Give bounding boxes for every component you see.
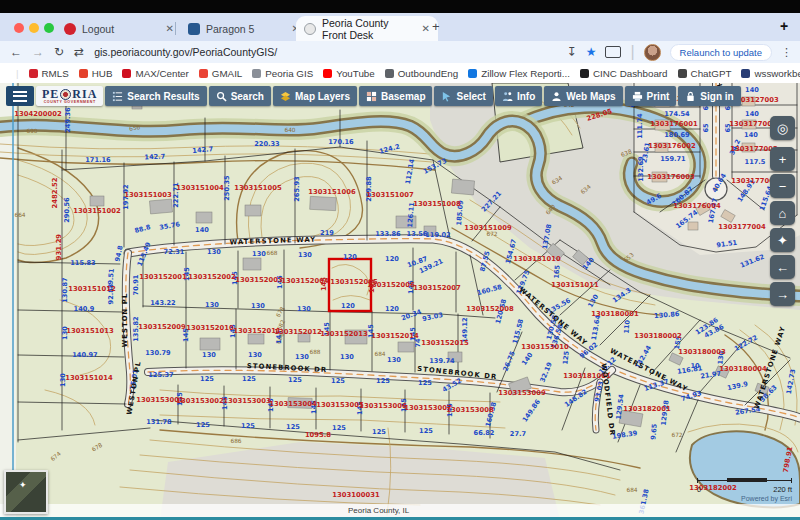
forward-icon[interactable]: → [32,45,44,59]
bookmark-item[interactable]: RMLS [29,68,69,79]
bookmark-label: Peoria GIS [265,68,313,79]
window-minimize-button[interactable] [29,23,39,33]
lot-dimension-label: 120 [385,255,399,263]
compass-button[interactable]: ✦ [770,228,795,252]
bookmark-item[interactable]: Zillow Flex Reporti... [468,68,570,79]
lot-dimension-label: 174.54 [664,110,690,118]
bookmark-item[interactable]: HUB [79,68,113,79]
street-name-label: WESTON PL [121,293,129,348]
window-close-button[interactable] [14,23,24,33]
parcel-pin-label: 1303151009 [464,224,512,232]
bookmarks-bar: | RMLSHUBMAX/CenterGMAILPeoria GISYouTub… [0,63,800,84]
lot-dimension-label: 125 [286,423,300,431]
contour-elevation-label: 690 [26,128,37,134]
bookmark-item[interactable]: CINC Dashboard [580,68,668,79]
tab-close-icon[interactable]: ✕ [166,23,174,34]
bookmark-favicon [741,69,750,78]
lot-dimension-label: 159.71 [660,155,686,163]
lot-dimension-label: 125 [331,377,345,385]
device-icon[interactable] [605,46,621,58]
contour-elevation-label: 684 [626,487,637,493]
overview-inset-map[interactable] [4,470,48,514]
install-icon[interactable]: ↧ [567,45,577,59]
search-results-button[interactable]: Search Results [105,86,206,106]
building-footprint [245,205,261,216]
tab-close-icon[interactable]: ✕ [422,23,430,34]
bookmark-label: CINC Dashboard [593,68,668,79]
bookmark-item[interactable]: Peoria GIS [252,68,313,79]
locate-button[interactable]: ◎ [770,116,795,140]
contour-elevation-label: 668 [266,250,277,256]
bookmark-item[interactable]: ChatGPT [678,68,732,79]
parcel-pin-label: 1303176003 [647,173,695,181]
zoom-in-button[interactable]: + [770,147,795,171]
relaunch-button[interactable]: Relaunch to update [670,44,772,61]
web-maps-button[interactable]: Web Maps [544,86,622,106]
bookmark-favicon [678,69,687,78]
parcel-pin-label: 1303153008 [446,406,494,414]
parcel-pin-label: 1304200002 [14,110,62,118]
parcel-pin-label: 1303177004 [718,223,766,231]
parcel-pin-label: 1303152015 [421,339,469,347]
site-settings-icon[interactable]: ⇄ [74,45,84,59]
parcel-pin-label: 1303100031 [332,491,380,499]
tab-label: Paragon 5 [206,23,254,35]
lot-dimension-label: 220.33 [254,140,280,148]
bookmark-favicon [580,69,589,78]
bookmark-item[interactable]: OutboundEng [385,68,458,79]
bookmark-item[interactable]: YouTube [323,68,375,79]
previous-extent-button[interactable]: ← [770,255,795,279]
back-icon[interactable]: ← [10,45,22,59]
parcel-pin-label: 1303152003 [235,276,283,284]
new-tab-button[interactable]: + [432,19,440,34]
lot-dimension-label: 125 [376,377,390,385]
tab-logout[interactable]: Logout ✕ [56,16,182,41]
peoria-county-logo: PERIA COUNTY GOVERNMENT [36,86,103,106]
select-button[interactable]: Select [434,86,492,106]
bookmark-label: HUB [92,68,113,79]
bookmark-item[interactable]: MAX/Center [122,68,188,79]
next-extent-button[interactable]: → [770,282,795,306]
search-button[interactable]: Search [209,86,271,106]
new-tab-button-right[interactable]: + [780,18,788,34]
lot-dimension-label: 125.37 [148,371,174,379]
home-button[interactable]: ⌂ [770,201,795,225]
tab-favicon [188,23,200,35]
lot-dimension-label: 140 [745,110,759,118]
parcel-pin-label: 1303151003 [124,191,172,199]
lot-dimension-label: 140 [195,226,209,234]
lot-dimension-label: 120 [341,302,355,310]
parcel-pin-label: 1303151011 [551,281,599,289]
basemap-button[interactable]: Basemap [359,86,432,106]
window-zoom-button[interactable] [44,23,54,33]
bookmark-favicon [323,69,332,78]
tab-peoria-county-front-desk[interactable]: Peoria County Front Desk ✕ [296,16,438,41]
parcel-pin-label: 1303180003 [678,348,726,356]
reload-icon[interactable]: ↻ [54,45,64,59]
info-button[interactable]: Info [495,86,542,106]
lot-dimension-label: 171.16 [85,156,111,164]
lot-dimension-label: 130 [251,302,265,310]
lot-dimension-label: 125 [418,379,432,387]
lot-dimension-label: 265.93 [293,176,301,202]
lot-dimension-label: 290.56 [63,197,71,223]
map-layers-button[interactable]: Map Layers [273,86,357,106]
contour-elevation-label: 640 [284,127,295,133]
tab-favicon [304,23,316,35]
zoom-out-button[interactable]: − [770,174,795,198]
bookmark-item[interactable]: GMAIL [199,68,243,79]
profile-avatar[interactable] [644,44,661,61]
sign-in-button[interactable]: Sign in [678,86,740,106]
tab-paragon5[interactable]: Paragon 5 ✕ [180,16,308,41]
menu-hamburger-button[interactable] [6,86,34,106]
bookmark-item[interactable]: wssworkbench.com [741,68,800,79]
print-button[interactable]: Print [625,86,677,106]
lot-dimension-label: 130 [252,250,266,258]
building-footprint [451,179,474,195]
bookmark-star-icon[interactable]: ★ [586,45,597,59]
parcel-map[interactable]: 6906566406486426386346346406536686726886… [0,83,800,520]
gis-map-viewport[interactable]: 6906566406486426386346346406536686726886… [0,83,800,520]
menu-dots-icon[interactable]: ⋮ [781,46,792,59]
parcel-pin-label: 1303151002 [73,207,121,215]
url-text[interactable]: gis.peoriacounty.gov/PeoriaCountyGIS/ [94,46,277,58]
